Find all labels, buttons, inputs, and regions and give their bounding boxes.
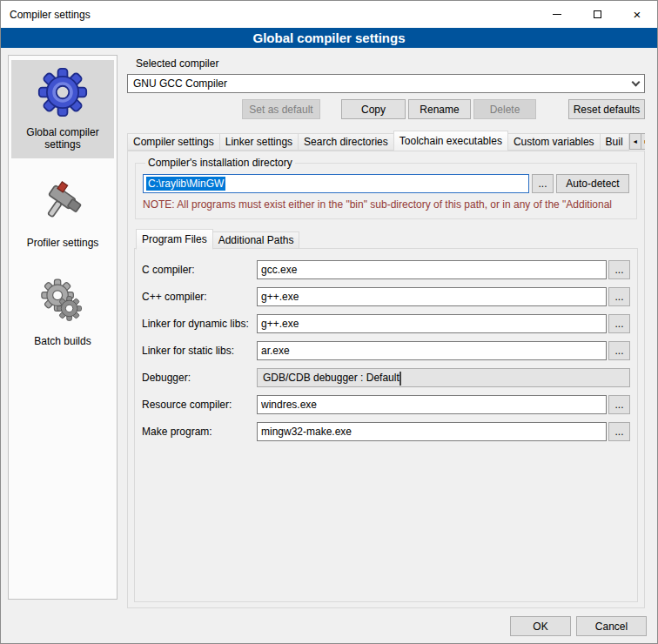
resource-compiler-browse-button[interactable]: ... bbox=[608, 395, 630, 414]
page-title: Global compiler settings bbox=[1, 28, 657, 48]
settings-sidebar: Global compiler settings Profiler settin… bbox=[8, 55, 118, 600]
debugger-label: Debugger: bbox=[142, 372, 257, 384]
bin-subdirectory-note: NOTE: All programs must exist either in … bbox=[143, 198, 629, 211]
delete-button: Delete bbox=[473, 99, 536, 119]
field-row-debugger: Debugger: GDB/CDB debugger : Default bbox=[142, 368, 630, 387]
tab-search-directories[interactable]: Search directories bbox=[298, 133, 394, 151]
set-as-default-button: Set as default bbox=[242, 99, 320, 119]
maximize-icon[interactable] bbox=[577, 1, 617, 28]
tab-custom-variables[interactable]: Custom variables bbox=[507, 133, 601, 151]
window-title: Compiler settings bbox=[1, 9, 537, 21]
installation-directory-row: C:\raylib\MinGW ... Auto-detect bbox=[143, 174, 629, 193]
tab-scroll-left-icon[interactable]: ◄ bbox=[629, 133, 641, 150]
static-linker-input[interactable] bbox=[257, 341, 607, 360]
resource-compiler-input[interactable] bbox=[257, 395, 607, 414]
dynamic-linker-browse-button[interactable]: ... bbox=[608, 314, 630, 333]
reset-defaults-button[interactable]: Reset defaults bbox=[568, 99, 645, 119]
ok-button[interactable]: OK bbox=[510, 616, 571, 636]
program-files-panel: C compiler: ... C++ compiler: ... Linker… bbox=[134, 248, 638, 602]
debugger-select-value: GDB/CDB debugger : Default bbox=[263, 372, 400, 384]
make-program-browse-button[interactable]: ... bbox=[608, 422, 630, 441]
field-row-static-linker: Linker for static libs: ... bbox=[142, 341, 630, 360]
installation-directory-legend: Compiler's installation directory bbox=[145, 157, 295, 169]
gray-gears-icon bbox=[13, 273, 112, 329]
field-row-c-compiler: C compiler: ... bbox=[142, 260, 630, 279]
installation-directory-input[interactable]: C:\raylib\MinGW bbox=[143, 174, 529, 193]
profiler-tool-icon bbox=[13, 175, 112, 231]
browse-directory-button[interactable]: ... bbox=[532, 174, 554, 193]
installation-directory-value: C:\raylib\MinGW bbox=[146, 177, 225, 191]
chevron-down-icon bbox=[400, 372, 401, 384]
field-row-cpp-compiler: C++ compiler: ... bbox=[142, 287, 630, 306]
blue-gear-icon bbox=[13, 64, 112, 120]
tab-compiler-settings[interactable]: Compiler settings bbox=[127, 133, 220, 151]
static-linker-label: Linker for static libs: bbox=[142, 345, 257, 357]
rename-button[interactable]: Rename bbox=[408, 99, 471, 119]
tab-linker-settings[interactable]: Linker settings bbox=[219, 133, 299, 151]
program-files-tabstrip: Program Files Additional Paths bbox=[134, 229, 638, 249]
selected-compiler-label: Selected compiler bbox=[136, 57, 645, 70]
tab-build-clipped[interactable]: Buil bbox=[600, 133, 629, 151]
make-program-label: Make program: bbox=[142, 426, 257, 438]
sidebar-item-profiler-settings[interactable]: Profiler settings bbox=[11, 171, 114, 257]
resource-compiler-label: Resource compiler: bbox=[142, 399, 257, 411]
compiler-select[interactable]: GNU GCC Compiler bbox=[127, 74, 645, 93]
sidebar-item-global-compiler-settings[interactable]: Global compiler settings bbox=[11, 60, 114, 158]
auto-detect-button[interactable]: Auto-detect bbox=[556, 174, 629, 193]
settings-tabstrip: Compiler settings Linker settings Search… bbox=[127, 131, 645, 151]
debugger-select[interactable]: GDB/CDB debugger : Default bbox=[257, 368, 630, 387]
compiler-select-value: GNU GCC Compiler bbox=[133, 77, 227, 90]
tab-additional-paths[interactable]: Additional Paths bbox=[212, 231, 300, 249]
tab-program-files[interactable]: Program Files bbox=[136, 229, 213, 250]
field-row-resource-compiler: Resource compiler: ... bbox=[142, 395, 630, 414]
installation-directory-group: Compiler's installation directory C:\ray… bbox=[135, 157, 637, 219]
cpp-compiler-browse-button[interactable]: ... bbox=[608, 287, 630, 306]
tab-scroll-right-icon[interactable]: ► bbox=[641, 133, 645, 150]
cpp-compiler-label: C++ compiler: bbox=[142, 291, 257, 303]
titlebar: Compiler settings × bbox=[1, 1, 657, 28]
close-icon[interactable]: × bbox=[617, 1, 657, 28]
sidebar-item-label: Batch builds bbox=[13, 335, 112, 347]
c-compiler-label: C compiler: bbox=[142, 264, 257, 276]
dynamic-linker-input[interactable] bbox=[257, 314, 607, 333]
sidebar-item-label: Profiler settings bbox=[13, 237, 112, 249]
dialog-footer: OK Cancel bbox=[510, 616, 647, 636]
sidebar-item-batch-builds[interactable]: Batch builds bbox=[11, 269, 114, 355]
dialog-body: Global compiler settings Profiler settin… bbox=[1, 48, 657, 643]
cancel-button[interactable]: Cancel bbox=[576, 616, 647, 636]
tab-scroll-buttons: ◄ ► bbox=[629, 133, 645, 150]
tab-toolchain-executables[interactable]: Toolchain executables bbox=[393, 131, 508, 151]
compiler-buttons-row: Set as default Copy Rename Delete Reset … bbox=[127, 99, 645, 119]
static-linker-browse-button[interactable]: ... bbox=[608, 341, 630, 360]
cpp-compiler-input[interactable] bbox=[257, 287, 607, 306]
c-compiler-input[interactable] bbox=[257, 260, 607, 279]
copy-button[interactable]: Copy bbox=[341, 99, 406, 119]
minimize-icon[interactable] bbox=[537, 1, 577, 28]
compiler-settings-window: Compiler settings × Global compiler sett… bbox=[0, 0, 658, 644]
dynamic-linker-label: Linker for dynamic libs: bbox=[142, 318, 257, 330]
toolchain-executables-panel: Compiler's installation directory C:\ray… bbox=[127, 151, 645, 608]
field-row-make-program: Make program: ... bbox=[142, 422, 630, 441]
field-row-dynamic-linker: Linker for dynamic libs: ... bbox=[142, 314, 630, 333]
main-panel: Selected compiler GNU GCC Compiler Set a… bbox=[127, 55, 645, 608]
sidebar-item-label: Global compiler settings bbox=[13, 126, 112, 151]
make-program-input[interactable] bbox=[257, 422, 607, 441]
chevron-down-icon bbox=[627, 75, 644, 92]
c-compiler-browse-button[interactable]: ... bbox=[608, 260, 630, 279]
